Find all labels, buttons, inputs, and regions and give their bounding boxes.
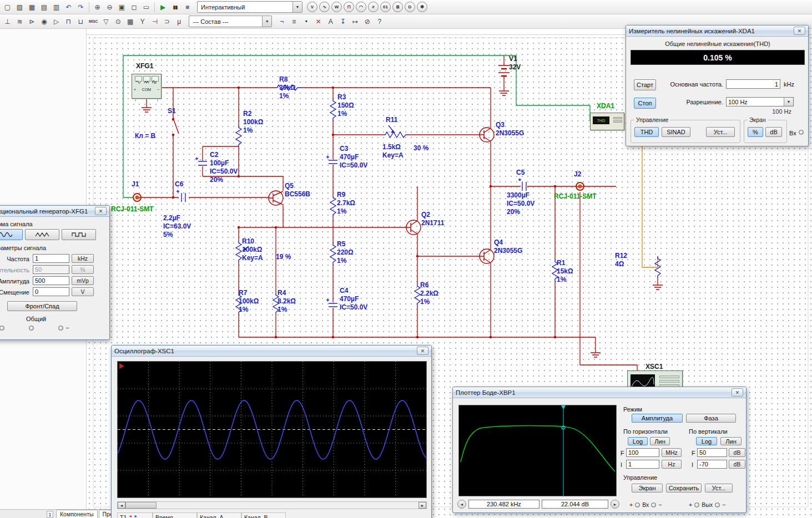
zoom-out-icon[interactable]: ⊖ — [104, 1, 115, 13]
thd-settings-button[interactable]: Уст... — [706, 127, 735, 137]
frequency-counter-icon[interactable]: # — [368, 2, 379, 12]
copy-icon[interactable]: ▤ — [38, 1, 50, 13]
trigger-marker-icon[interactable] — [119, 363, 124, 369]
place-power-icon[interactable]: ⊙ — [112, 16, 124, 27]
logic-analyzer-icon[interactable]: ≣ — [392, 2, 403, 12]
bode-titlebar[interactable]: Плоттер Боде-XBP1 ✕ — [453, 387, 746, 398]
distortion-analyzer-icon[interactable]: D — [405, 2, 415, 12]
measurement-wire-green[interactable] — [123, 55, 590, 197]
horizontal-log-button[interactable]: Log — [628, 437, 648, 445]
common-terminal[interactable] — [29, 326, 34, 331]
place-mcu-icon[interactable]: μ — [173, 16, 185, 27]
triangle-wave-button[interactable] — [25, 229, 59, 240]
v-final-input[interactable]: 50 — [697, 448, 727, 457]
h-initial-unit-button[interactable]: Hz — [662, 460, 682, 469]
db-button[interactable]: dB — [765, 127, 782, 137]
resolution-select[interactable]: 100 Hz ▼ — [726, 97, 794, 106]
amplitude-unit-button[interactable]: mVp — [72, 276, 94, 285]
new-file-icon[interactable]: ▢ — [2, 1, 13, 13]
start-button[interactable]: Старт — [634, 79, 656, 90]
v-initial-input[interactable]: -70 — [697, 460, 727, 469]
scrollbar-thumb[interactable] — [125, 502, 157, 509]
place-transistor-icon[interactable]: ◉ — [38, 16, 50, 27]
zoom-sheet-icon[interactable]: ▭ — [140, 1, 152, 13]
variant-combo[interactable]: --- Состав --- ▼ — [189, 16, 272, 27]
duty-input[interactable]: 50 — [33, 265, 69, 274]
vertical-log-button[interactable]: Log — [696, 437, 717, 445]
place-peripheral-icon[interactable]: ▦ — [124, 16, 136, 27]
out-minus-terminal[interactable] — [715, 502, 720, 507]
screen-button[interactable]: Экран — [632, 484, 663, 492]
pause-icon[interactable]: ▮▮ — [169, 1, 181, 13]
bode-settings-button[interactable]: Уст... — [705, 484, 733, 492]
current-probe-icon[interactable]: ↦ — [349, 16, 361, 27]
bode-plotter-icon[interactable]: ◠ — [356, 2, 366, 12]
simulation-mode-combo[interactable]: Интерактивный ▼ — [197, 1, 302, 13]
amplitude-input[interactable]: 500 — [33, 276, 69, 285]
help-icon[interactable]: ? — [374, 16, 385, 27]
undo-icon[interactable]: ↶ — [63, 1, 74, 13]
place-rf-icon[interactable]: Y — [137, 16, 148, 27]
cursor-left-icon[interactable]: ◄ — [457, 500, 466, 509]
square-wave-button[interactable] — [62, 229, 96, 240]
frequency-unit-button[interactable]: kHz — [72, 254, 94, 263]
oscilloscope-titlebar[interactable]: Осциллограф-XSC1 ✕ — [112, 346, 431, 357]
multimeter-icon[interactable]: V — [307, 2, 317, 12]
t1-right-icon[interactable]: ► — [134, 514, 138, 518]
place-electromech-icon[interactable]: ⊣ — [149, 16, 160, 27]
horizontal-lin-button[interactable]: Лин — [650, 437, 670, 445]
sine-wave-button[interactable] — [0, 229, 23, 240]
search-icon[interactable]: ⊘ — [361, 16, 373, 27]
t1-left-icon[interactable]: ◄ — [128, 514, 132, 518]
zoom-in-icon[interactable]: ⊕ — [92, 1, 103, 13]
function-generator-icon[interactable]: ∿ — [319, 2, 330, 12]
word-generator-icon[interactable]: 01 — [380, 2, 391, 12]
cursor-right-icon[interactable]: ► — [611, 500, 619, 509]
voltage-probe-icon[interactable]: ↧ — [337, 16, 349, 27]
tab-components[interactable]: Компоненты — [56, 510, 98, 518]
in-minus-terminal[interactable] — [651, 502, 656, 507]
fgen-titlebar[interactable]: Функциональный генератор-XFG1 ✕ — [0, 206, 109, 217]
stop-icon[interactable]: ■ — [181, 1, 193, 13]
active-components[interactable] — [133, 63, 663, 357]
settings-gear-icon[interactable]: ✱ — [417, 2, 427, 12]
offset-unit-button[interactable]: V — [72, 287, 94, 296]
place-connector-icon[interactable]: ⊃ — [161, 16, 173, 27]
xda1-instrument-icon[interactable]: THD — [590, 113, 624, 130]
h-final-unit-button[interactable]: MHz — [662, 448, 682, 457]
close-icon[interactable]: ✕ — [417, 347, 428, 355]
bus-icon[interactable]: ≡ — [288, 16, 300, 27]
edge-settings-button[interactable]: Фронт/Спад — [7, 301, 77, 311]
zoom-fit-icon[interactable]: ◻ — [128, 1, 140, 13]
open-file-icon[interactable]: ▧ — [14, 1, 26, 13]
offset-input[interactable]: 0 — [33, 287, 69, 296]
place-misc-icon[interactable]: MISC — [87, 16, 99, 27]
save-file-icon[interactable]: ▦ — [26, 1, 38, 13]
xfg1-instrument-icon[interactable]: + COM − — [132, 74, 162, 99]
scroll-right-icon[interactable]: ► — [418, 502, 426, 509]
scroll-left-icon[interactable]: ◄ — [118, 502, 125, 509]
close-icon[interactable]: ✕ — [794, 27, 805, 35]
v-final-unit-button[interactable]: dB — [729, 448, 745, 457]
junction-icon[interactable]: • — [300, 16, 312, 27]
save-button[interactable]: Сохранить — [666, 484, 702, 492]
input-terminal[interactable] — [799, 130, 804, 135]
thd-titlebar[interactable]: Измеритель нелинейных искажений-XDA1 ✕ — [626, 26, 808, 37]
close-icon[interactable]: ✕ — [732, 388, 743, 397]
oscilloscope-icon[interactable]: ⊓ — [344, 2, 354, 12]
sinad-mode-button[interactable]: SINAD — [662, 127, 690, 137]
thd-mode-button[interactable]: THD — [634, 127, 659, 137]
fundamental-frequency-input[interactable]: 1 — [726, 79, 780, 89]
cursor-t1-cell[interactable]: T1 ◄ ► — [117, 512, 153, 518]
in-plus-terminal[interactable] — [635, 502, 640, 507]
place-analog-icon[interactable]: ▷ — [51, 16, 62, 27]
h-final-input[interactable]: 100 — [626, 448, 659, 457]
minus-terminal[interactable] — [58, 326, 63, 331]
vertical-lin-button[interactable]: Лин — [720, 437, 742, 445]
close-icon[interactable]: ✕ — [95, 207, 107, 215]
oscilloscope-scrollbar[interactable]: ◄ ► — [117, 501, 427, 509]
place-ttl-icon[interactable]: ⊓ — [63, 16, 74, 27]
place-cmos-icon[interactable]: ⊔ — [75, 16, 87, 27]
component-symbols[interactable] — [176, 85, 660, 315]
out-plus-terminal[interactable] — [694, 502, 699, 507]
